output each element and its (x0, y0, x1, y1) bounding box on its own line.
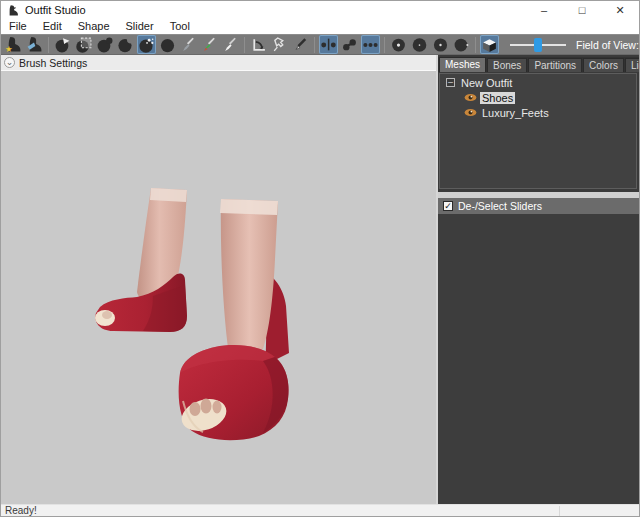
brush-strength-button-2[interactable] (452, 35, 471, 54)
select-sliders-checkbox[interactable]: ✓ (443, 201, 453, 211)
three-dots-icon (362, 36, 379, 53)
window-controls: – □ ✕ (525, 1, 639, 19)
linked-dots-icon (341, 36, 358, 53)
toolbar-separator (48, 37, 49, 53)
field-of-view-control: Field of View: 65 (510, 39, 640, 51)
select-brush-button[interactable] (53, 35, 72, 54)
tree-item-label: Shoes (480, 92, 515, 104)
color-brush-button[interactable] (200, 35, 219, 54)
transform-tool-button[interactable] (249, 35, 268, 54)
tree-item-label: New Outfit (459, 77, 514, 89)
front-foot (177, 199, 289, 440)
boot-star-icon: ★ (5, 36, 22, 53)
right-panel: Meshes Bones Partitions Colors Lights – … (438, 55, 639, 504)
tab-lights[interactable]: Lights (625, 58, 640, 72)
toolbar-separator (314, 37, 315, 53)
status-bar: Ready! (1, 504, 639, 516)
title-bar: Outfit Studio – □ ✕ (1, 1, 639, 19)
mask-brush-button[interactable] (74, 35, 93, 54)
sliders-header-label: De-/Select Sliders (458, 200, 542, 212)
fov-slider-handle[interactable] (534, 38, 542, 52)
menu-shape[interactable]: Shape (70, 19, 118, 34)
minimize-button[interactable]: – (525, 1, 563, 19)
tree-item-new-outfit[interactable]: – New Outfit (440, 76, 636, 89)
tab-colors[interactable]: Colors (583, 58, 624, 72)
eye-visibility-icon[interactable] (464, 108, 477, 117)
deflate-brush-icon (117, 36, 134, 53)
brush-settings-label: Brush Settings (19, 57, 87, 69)
inflate-brush-icon (96, 36, 113, 53)
collapse-icon[interactable]: – (446, 78, 455, 87)
select-brush-icon (54, 36, 71, 53)
outfit-studio-window: Outfit Studio – □ ✕ File Edit Shape Slid… (0, 0, 640, 517)
sliders-list-area[interactable] (438, 214, 639, 504)
color-paint-brush-icon (201, 36, 218, 53)
weight-paint-brush-icon (180, 36, 197, 53)
alpha-brush-button[interactable] (221, 35, 240, 54)
mask-brush-icon (75, 36, 92, 53)
circle-dot-icon (453, 36, 470, 53)
circle-dot-icon (432, 36, 449, 53)
edit-pen-button[interactable] (291, 35, 310, 54)
boot-reference-icon (26, 36, 43, 53)
inflate-brush-button[interactable] (95, 35, 114, 54)
toolbar-separator (475, 37, 476, 53)
brush-size-button-1[interactable] (389, 35, 408, 54)
tab-partitions[interactable]: Partitions (528, 58, 582, 72)
toolbar: ★ (1, 34, 639, 55)
circle-dot-icon (390, 36, 407, 53)
tab-meshes[interactable]: Meshes (439, 57, 486, 72)
maximize-button[interactable]: □ (563, 1, 601, 19)
meshes-tree: – New Outfit Shoes Luxury_Fe (439, 73, 637, 189)
brush-size-button-2[interactable] (410, 35, 429, 54)
load-reference-button[interactable] (25, 35, 44, 54)
menu-edit[interactable]: Edit (35, 19, 70, 34)
fov-slider-track[interactable] (510, 44, 566, 46)
close-button[interactable]: ✕ (601, 1, 639, 19)
eye-visibility-icon[interactable] (464, 93, 477, 102)
chevron-down-icon[interactable]: ⌄ (4, 57, 15, 68)
move-brush-button[interactable] (158, 35, 177, 54)
smooth-brush-icon (138, 36, 155, 53)
tree-item-shoes[interactable]: Shoes (440, 91, 636, 104)
circle-dot-icon (411, 36, 428, 53)
deflate-brush-button[interactable] (116, 35, 135, 54)
smooth-brush-button[interactable] (137, 35, 156, 54)
vertex-display-toggle-button[interactable] (361, 35, 380, 54)
pin-tool-button[interactable] (270, 35, 289, 54)
connected-vertices-toggle-button[interactable] (340, 35, 359, 54)
menu-slider[interactable]: Slider (118, 19, 162, 34)
load-project-button[interactable]: ★ (4, 35, 23, 54)
status-message: Ready! (5, 505, 37, 516)
model-feet-shoes (1, 71, 436, 504)
transform-axes-icon (250, 36, 267, 53)
panel-tabs: Meshes Bones Partitions Colors Lights (438, 57, 639, 72)
textured-view-toggle-button[interactable] (480, 35, 499, 54)
mirror-icon (320, 36, 337, 53)
viewport-3d[interactable]: ⌄ Brush Settings (1, 55, 436, 504)
move-brush-icon (159, 36, 176, 53)
svg-text:★: ★ (5, 44, 13, 53)
tab-bones[interactable]: Bones (487, 58, 527, 72)
window-title: Outfit Studio (25, 4, 86, 16)
weight-brush-button[interactable] (179, 35, 198, 54)
menu-file[interactable]: File (1, 19, 35, 34)
app-boot-icon (7, 4, 19, 17)
brush-strength-button-1[interactable] (431, 35, 450, 54)
back-foot (95, 188, 187, 332)
fov-label: Field of View: 65 (576, 39, 640, 51)
brush-settings-header[interactable]: ⌄ Brush Settings (1, 55, 436, 71)
alpha-paint-brush-icon (222, 36, 239, 53)
cube-icon (481, 36, 498, 53)
status-separator (559, 506, 560, 516)
menu-bar: File Edit Shape Slider Tool (1, 19, 639, 34)
pin-icon (271, 36, 288, 53)
toolbar-separator (244, 37, 245, 53)
mirror-toggle-button[interactable] (319, 35, 338, 54)
tree-item-luxury-feets[interactable]: Luxury_Feets (440, 106, 636, 119)
sliders-header: ✓ De-/Select Sliders (438, 198, 639, 214)
toolbar-separator (384, 37, 385, 53)
menu-tool[interactable]: Tool (162, 19, 198, 34)
pen-icon (292, 36, 309, 53)
tree-item-label: Luxury_Feets (480, 107, 551, 119)
